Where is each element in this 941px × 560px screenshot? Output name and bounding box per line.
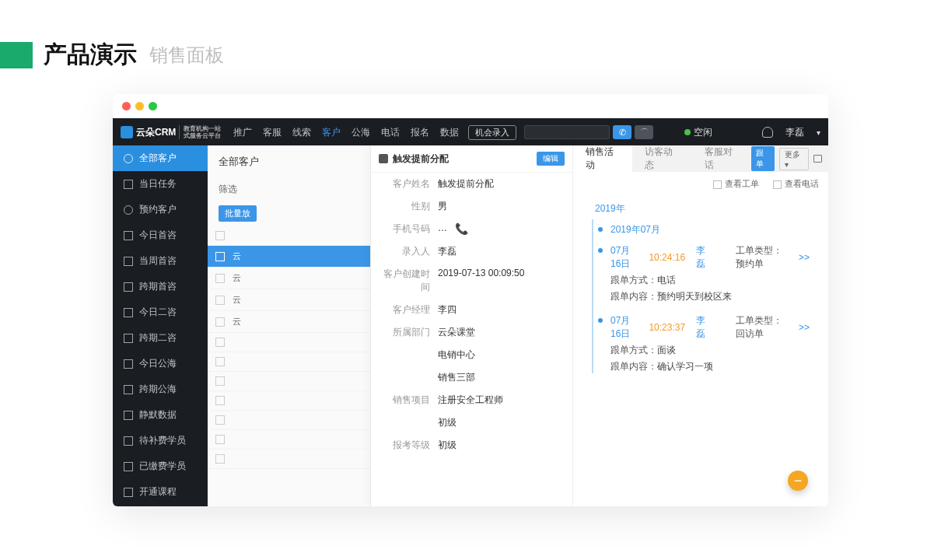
row-checkbox[interactable]	[215, 435, 225, 444]
activity-panel: 销售活动 访客动态 客服对话 跟单 更多 ▾ 查看工单 查看电话 2019年 2…	[573, 145, 828, 506]
sidebar-item-today-second[interactable]: 今日二咨	[113, 299, 208, 325]
followup-chip[interactable]: 跟单	[751, 146, 775, 171]
sidebar-item-today-task[interactable]: 当日任务	[113, 171, 208, 197]
row-checkbox[interactable]	[215, 396, 225, 405]
call-button[interactable]: ✆	[613, 125, 631, 139]
nav-phone[interactable]: 电话	[381, 126, 400, 139]
nav-pool[interactable]: 公海	[352, 126, 370, 139]
sidebar-item-cross-second[interactable]: 跨期二咨	[113, 325, 208, 351]
tab-sales-activity[interactable]: 销售活动	[573, 145, 632, 172]
topbar: 云朵CRM 教育机构一站式服务云平台 推广 客服 线索 客户 公海 电话 报名 …	[113, 118, 828, 146]
list-title: 全部客户	[208, 145, 370, 178]
phone-icon[interactable]: 📞	[455, 222, 468, 236]
filter-view-calls[interactable]: 查看电话	[773, 178, 819, 190]
table-row[interactable]	[208, 430, 370, 450]
more-dropdown[interactable]: 更多 ▾	[779, 148, 809, 170]
activity-entry[interactable]: 07月16日 10:23:37 李磊 工单类型：回访单 >> 跟单方式：面谈 跟…	[610, 314, 810, 373]
sidebar-item-open-course[interactable]: 开通课程	[113, 479, 208, 505]
checkbox-icon	[713, 180, 722, 189]
current-user[interactable]: 李磊	[785, 126, 804, 139]
table-row[interactable]: 云	[208, 289, 370, 311]
table-row[interactable]: 云	[208, 311, 370, 333]
select-all-checkbox[interactable]	[215, 231, 225, 240]
fab-button[interactable]: −	[788, 471, 808, 491]
hangup-button[interactable]: ⌒	[635, 125, 653, 139]
table-row[interactable]: 云	[208, 246, 370, 268]
sidebar-item-my-orders[interactable]: 我的订单	[113, 505, 208, 506]
table-row[interactable]	[208, 333, 370, 352]
table-row[interactable]	[208, 450, 370, 469]
table-row[interactable]: 云	[208, 268, 370, 289]
entry-expand[interactable]: >>	[799, 322, 810, 333]
sidebar-item-cross-pool[interactable]: 跨期公海	[113, 376, 208, 402]
nav-data[interactable]: 数据	[440, 126, 459, 139]
sidebar-item-label: 今日二咨	[139, 306, 177, 319]
row-checkbox[interactable]	[215, 454, 225, 464]
timeline-line	[592, 219, 593, 373]
sidebar-item-cross-first[interactable]: 跨期首咨	[113, 274, 208, 299]
sidebar-item-label: 今日首咨	[139, 229, 177, 242]
table-row[interactable]	[208, 411, 370, 430]
batch-release-button[interactable]: 批量放	[219, 205, 257, 222]
row-checkbox[interactable]	[215, 252, 225, 261]
activity-filters: 查看工单 查看电话	[573, 172, 828, 196]
row-checkbox[interactable]	[215, 376, 225, 386]
filter-view-tickets[interactable]: 查看工单	[713, 178, 759, 190]
status-text[interactable]: 空闲	[694, 126, 712, 139]
brand-tagline: 教育机构一站式服务云平台	[179, 125, 221, 139]
close-icon[interactable]	[122, 102, 131, 110]
tab-service-chat[interactable]: 客服对话	[692, 145, 751, 172]
sidebar-item-label: 今日公海	[139, 357, 177, 370]
row-checkbox[interactable]	[215, 274, 225, 283]
sidebar-item-pending-fee[interactable]: 待补费学员	[113, 428, 208, 453]
sidebar-item-silent[interactable]: 静默数据	[113, 402, 208, 428]
nav-promo[interactable]: 推广	[233, 126, 252, 139]
accent-block	[0, 42, 33, 68]
row-checkbox[interactable]	[215, 415, 225, 425]
sidebar-item-today-pool[interactable]: 今日公海	[113, 351, 208, 376]
status-dot-icon	[684, 129, 691, 135]
activity-entry[interactable]: 07月16日 10:24:16 李磊 工单类型：预约单 >> 跟单方式：电话 跟…	[610, 244, 810, 303]
row-checkbox[interactable]	[215, 296, 225, 305]
sidebar-item-label: 待补费学员	[139, 434, 186, 447]
sidebar-item-label: 跨期公海	[139, 383, 177, 396]
field-value: 云朵课堂	[438, 326, 475, 339]
nav-customers[interactable]: 客户	[322, 126, 341, 139]
entry-date: 07月16日	[610, 244, 638, 271]
chevron-down-icon[interactable]: ▾	[817, 128, 820, 137]
list-icon	[124, 488, 133, 497]
entry-type: 工单类型：回访单	[736, 314, 788, 341]
nav-service[interactable]: 客服	[263, 126, 282, 139]
entry-expand[interactable]: >>	[799, 252, 810, 263]
minimize-icon[interactable]	[135, 102, 144, 110]
sidebar-item-all-customers[interactable]: 全部客户	[113, 145, 208, 171]
bell-icon[interactable]	[762, 127, 773, 138]
brand-logo[interactable]: 云朵CRM 教育机构一站式服务云平台	[121, 125, 221, 139]
nav-signup[interactable]: 报名	[411, 126, 429, 139]
customer-list-panel: 全部客户 筛选 批量放 云 云 云 云	[208, 145, 371, 506]
table-row[interactable]	[208, 372, 370, 391]
sidebar-item-label: 跨期首咨	[139, 280, 177, 293]
list-icon	[124, 385, 133, 394]
search-input[interactable]	[524, 125, 610, 139]
slide-title: 产品演示	[44, 39, 137, 71]
field-value: 触发提前分配	[438, 177, 494, 191]
maximize-icon[interactable]	[149, 102, 157, 110]
slide-header: 产品演示 销售面板	[0, 0, 941, 94]
sidebar-item-week-first[interactable]: 当周首咨	[113, 248, 208, 274]
sidebar-item-appointment[interactable]: 预约客户	[113, 197, 208, 222]
expand-icon[interactable]	[813, 155, 822, 163]
list-filter-label[interactable]: 筛选	[208, 178, 370, 201]
edit-button[interactable]: 编辑	[537, 152, 565, 166]
nav-leads[interactable]: 线索	[292, 126, 311, 139]
row-checkbox[interactable]	[215, 338, 225, 347]
row-checkbox[interactable]	[215, 317, 225, 327]
field-value: 初级	[438, 416, 457, 429]
opportunity-entry-button[interactable]: 机会录入	[468, 125, 516, 140]
tab-visitor[interactable]: 访客动态	[632, 145, 691, 172]
sidebar-item-paid[interactable]: 已缴费学员	[113, 453, 208, 479]
row-checkbox[interactable]	[215, 357, 225, 366]
sidebar-item-today-first[interactable]: 今日首咨	[113, 222, 208, 248]
table-row[interactable]	[208, 391, 370, 411]
table-row[interactable]	[208, 352, 370, 372]
